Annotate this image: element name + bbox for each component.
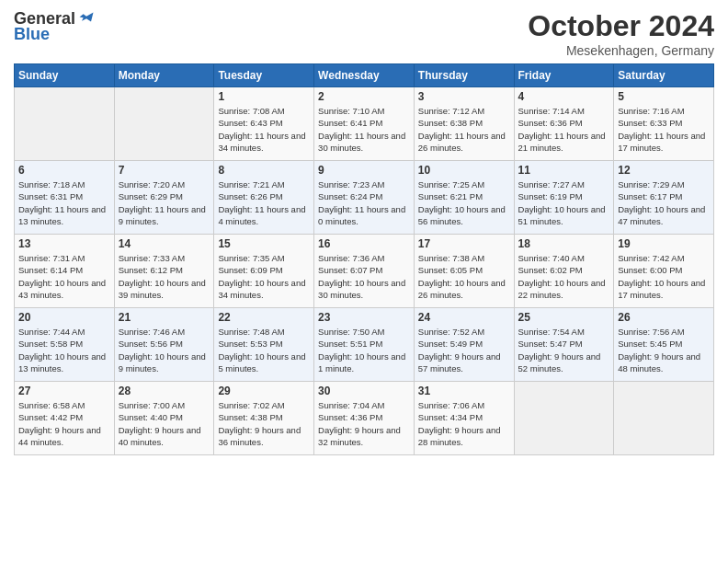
day-info: Sunrise: 7:27 AMSunset: 6:19 PMDaylight:…: [518, 178, 610, 227]
day-header-saturday: Saturday: [614, 64, 714, 87]
location-text: Mesekenhagen, Germany: [528, 43, 714, 58]
day-info: Sunrise: 7:21 AMSunset: 6:26 PMDaylight:…: [218, 178, 310, 227]
calendar-cell: 6Sunrise: 7:18 AMSunset: 6:31 PMDaylight…: [15, 161, 115, 235]
day-header-thursday: Thursday: [414, 64, 514, 87]
day-number: 9: [318, 164, 410, 177]
page-header: General Blue October 2024 Mesekenhagen, …: [14, 9, 714, 58]
day-number: 14: [119, 237, 210, 250]
calendar-cell: 28Sunrise: 7:00 AMSunset: 4:40 PMDayligh…: [114, 382, 214, 455]
day-header-tuesday: Tuesday: [214, 64, 314, 87]
calendar-cell: 25Sunrise: 7:54 AMSunset: 5:47 PMDayligh…: [514, 308, 614, 382]
calendar-table: SundayMondayTuesdayWednesdayThursdayFrid…: [14, 63, 714, 455]
header-row: SundayMondayTuesdayWednesdayThursdayFrid…: [15, 64, 714, 87]
calendar-cell: [614, 382, 714, 455]
day-header-wednesday: Wednesday: [314, 64, 415, 87]
calendar-cell: 2Sunrise: 7:10 AMSunset: 6:41 PMDaylight…: [314, 87, 415, 161]
calendar-cell: 10Sunrise: 7:25 AMSunset: 6:21 PMDayligh…: [414, 161, 514, 235]
day-info: Sunrise: 7:23 AMSunset: 6:24 PMDaylight:…: [318, 178, 410, 227]
calendar-cell: [514, 382, 614, 455]
calendar-cell: 30Sunrise: 7:04 AMSunset: 4:36 PMDayligh…: [314, 382, 415, 455]
day-info: Sunrise: 7:20 AMSunset: 6:29 PMDaylight:…: [119, 178, 210, 227]
day-number: 24: [418, 311, 510, 324]
day-info: Sunrise: 7:42 AMSunset: 6:00 PMDaylight:…: [618, 252, 710, 301]
day-number: 3: [418, 90, 510, 103]
day-header-friday: Friday: [514, 64, 614, 87]
calendar-cell: 9Sunrise: 7:23 AMSunset: 6:24 PMDaylight…: [314, 161, 415, 235]
day-number: 29: [218, 385, 310, 397]
calendar-cell: 12Sunrise: 7:29 AMSunset: 6:17 PMDayligh…: [614, 161, 714, 235]
calendar-cell: [114, 87, 214, 161]
calendar-cell: 22Sunrise: 7:48 AMSunset: 5:53 PMDayligh…: [214, 308, 314, 382]
day-info: Sunrise: 7:46 AMSunset: 5:56 PMDaylight:…: [119, 326, 210, 374]
calendar-cell: 5Sunrise: 7:16 AMSunset: 6:33 PMDaylight…: [614, 87, 714, 161]
calendar-cell: 16Sunrise: 7:36 AMSunset: 6:07 PMDayligh…: [314, 235, 415, 308]
day-number: 4: [518, 90, 610, 103]
day-number: 18: [518, 237, 610, 250]
title-block: October 2024 Mesekenhagen, Germany: [528, 9, 714, 58]
day-info: Sunrise: 7:56 AMSunset: 5:45 PMDaylight:…: [618, 326, 710, 374]
calendar-cell: 29Sunrise: 7:02 AMSunset: 4:38 PMDayligh…: [214, 382, 314, 455]
day-number: 16: [318, 237, 410, 250]
day-info: Sunrise: 7:48 AMSunset: 5:53 PMDaylight:…: [218, 326, 310, 374]
day-info: Sunrise: 6:58 AMSunset: 4:42 PMDaylight:…: [18, 399, 110, 448]
calendar-cell: 20Sunrise: 7:44 AMSunset: 5:58 PMDayligh…: [15, 308, 115, 382]
day-number: 28: [119, 385, 210, 397]
day-number: 1: [218, 90, 310, 103]
day-info: Sunrise: 7:36 AMSunset: 6:07 PMDaylight:…: [318, 252, 410, 301]
day-header-sunday: Sunday: [15, 64, 115, 87]
day-number: 26: [618, 311, 710, 324]
day-number: 5: [618, 90, 710, 103]
day-info: Sunrise: 7:16 AMSunset: 6:33 PMDaylight:…: [618, 105, 710, 154]
calendar-cell: 27Sunrise: 6:58 AMSunset: 4:42 PMDayligh…: [15, 382, 115, 455]
calendar-cell: 13Sunrise: 7:31 AMSunset: 6:14 PMDayligh…: [15, 235, 115, 308]
logo-bird-icon: [77, 10, 96, 29]
day-number: 23: [318, 311, 410, 324]
calendar-cell: 24Sunrise: 7:52 AMSunset: 5:49 PMDayligh…: [414, 308, 514, 382]
day-number: 6: [18, 164, 110, 177]
day-header-monday: Monday: [114, 64, 214, 87]
day-info: Sunrise: 7:25 AMSunset: 6:21 PMDaylight:…: [418, 178, 510, 227]
day-number: 8: [218, 164, 310, 177]
calendar-cell: 26Sunrise: 7:56 AMSunset: 5:45 PMDayligh…: [614, 308, 714, 382]
day-number: 30: [318, 385, 410, 397]
logo: General Blue: [14, 9, 96, 44]
calendar-cell: 7Sunrise: 7:20 AMSunset: 6:29 PMDaylight…: [114, 161, 214, 235]
calendar-cell: 8Sunrise: 7:21 AMSunset: 6:26 PMDaylight…: [214, 161, 314, 235]
week-row-2: 6Sunrise: 7:18 AMSunset: 6:31 PMDaylight…: [15, 161, 714, 235]
day-number: 7: [119, 164, 210, 177]
day-number: 13: [18, 237, 110, 250]
calendar-cell: 17Sunrise: 7:38 AMSunset: 6:05 PMDayligh…: [414, 235, 514, 308]
day-number: 11: [518, 164, 610, 177]
day-number: 15: [218, 237, 310, 250]
logo-blue-text: Blue: [14, 25, 50, 44]
day-info: Sunrise: 7:50 AMSunset: 5:51 PMDaylight:…: [318, 326, 410, 374]
day-info: Sunrise: 7:00 AMSunset: 4:40 PMDaylight:…: [119, 399, 210, 448]
day-info: Sunrise: 7:02 AMSunset: 4:38 PMDaylight:…: [218, 399, 310, 448]
calendar-cell: [15, 87, 115, 161]
day-info: Sunrise: 7:33 AMSunset: 6:12 PMDaylight:…: [119, 252, 210, 301]
day-number: 10: [418, 164, 510, 177]
calendar-cell: 18Sunrise: 7:40 AMSunset: 6:02 PMDayligh…: [514, 235, 614, 308]
calendar-cell: 15Sunrise: 7:35 AMSunset: 6:09 PMDayligh…: [214, 235, 314, 308]
day-info: Sunrise: 7:35 AMSunset: 6:09 PMDaylight:…: [218, 252, 310, 301]
day-number: 27: [18, 385, 110, 397]
day-info: Sunrise: 7:08 AMSunset: 6:43 PMDaylight:…: [218, 105, 310, 154]
day-info: Sunrise: 7:31 AMSunset: 6:14 PMDaylight:…: [18, 252, 110, 301]
calendar-cell: 1Sunrise: 7:08 AMSunset: 6:43 PMDaylight…: [214, 87, 314, 161]
day-info: Sunrise: 7:38 AMSunset: 6:05 PMDaylight:…: [418, 252, 510, 301]
day-number: 25: [518, 311, 610, 324]
day-info: Sunrise: 7:40 AMSunset: 6:02 PMDaylight:…: [518, 252, 610, 301]
day-info: Sunrise: 7:04 AMSunset: 4:36 PMDaylight:…: [318, 399, 410, 448]
calendar-cell: 11Sunrise: 7:27 AMSunset: 6:19 PMDayligh…: [514, 161, 614, 235]
calendar-cell: 14Sunrise: 7:33 AMSunset: 6:12 PMDayligh…: [114, 235, 214, 308]
week-row-1: 1Sunrise: 7:08 AMSunset: 6:43 PMDaylight…: [15, 87, 714, 161]
day-number: 2: [318, 90, 410, 103]
day-number: 20: [18, 311, 110, 324]
day-info: Sunrise: 7:12 AMSunset: 6:38 PMDaylight:…: [418, 105, 510, 154]
day-info: Sunrise: 7:54 AMSunset: 5:47 PMDaylight:…: [518, 326, 610, 374]
week-row-4: 20Sunrise: 7:44 AMSunset: 5:58 PMDayligh…: [15, 308, 714, 382]
calendar-cell: 21Sunrise: 7:46 AMSunset: 5:56 PMDayligh…: [114, 308, 214, 382]
day-info: Sunrise: 7:44 AMSunset: 5:58 PMDaylight:…: [18, 326, 110, 374]
day-info: Sunrise: 7:14 AMSunset: 6:36 PMDaylight:…: [518, 105, 610, 154]
day-number: 19: [618, 237, 710, 250]
